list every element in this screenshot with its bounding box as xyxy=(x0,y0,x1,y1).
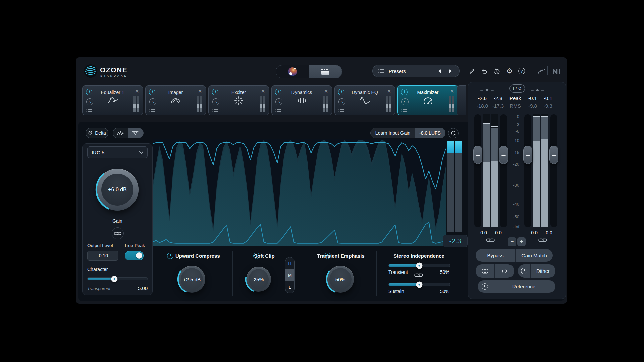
transient-value: 50% xyxy=(429,269,449,275)
output-link-icon[interactable] xyxy=(538,238,547,242)
transient-emphasis-knob[interactable]: 50% xyxy=(324,263,357,295)
close-icon[interactable]: ✕ xyxy=(198,88,202,94)
soft-clip-knob[interactable]: 25% xyxy=(244,264,274,294)
module-title: Imager xyxy=(146,89,206,95)
output-meter-bar-left xyxy=(533,114,540,227)
input-fader-right[interactable] xyxy=(499,146,508,164)
dither-button[interactable]: Dither xyxy=(531,264,555,278)
waveform-icon[interactable] xyxy=(113,128,128,138)
sustain-label: Sustain xyxy=(388,289,404,294)
presets-bar[interactable]: Presets xyxy=(372,65,460,77)
module-chain: Equalizer 1✕SImager✕SExciter✕SDynamics✕S… xyxy=(82,85,465,115)
learn-input-gain-button[interactable]: Learn Input Gain xyxy=(371,128,415,138)
band-high[interactable]: H xyxy=(285,257,294,269)
sustain-slider-thumb[interactable] xyxy=(416,281,423,288)
stereo-link-icon[interactable] xyxy=(414,273,423,277)
close-icon[interactable]: ✕ xyxy=(450,88,454,94)
presets-label: Presets xyxy=(389,68,406,74)
filter-curve-icon[interactable] xyxy=(128,128,143,138)
dither-group: Dither xyxy=(518,264,555,278)
reference-button[interactable]: Reference xyxy=(492,280,555,293)
close-icon[interactable]: ✕ xyxy=(135,88,139,94)
io-badge[interactable]: I / O xyxy=(509,84,525,93)
prev-preset-arrow[interactable] xyxy=(436,67,444,75)
link-icon[interactable] xyxy=(112,227,124,239)
swap-channels-icon[interactable] xyxy=(495,264,514,278)
menu-icon[interactable] xyxy=(338,107,344,112)
character-slider[interactable] xyxy=(87,277,148,280)
view-toggle[interactable] xyxy=(276,65,342,78)
undo-icon[interactable] xyxy=(480,67,488,75)
band-mid[interactable]: M xyxy=(285,269,294,281)
menu-icon[interactable] xyxy=(212,107,218,112)
bypass-button[interactable]: Bypass xyxy=(476,249,515,262)
output-meter-header[interactable] xyxy=(531,87,544,93)
module-view-icon[interactable] xyxy=(309,65,342,78)
next-preset-arrow[interactable] xyxy=(446,67,454,75)
soft-clip-band-selector[interactable]: H M L xyxy=(285,257,295,293)
band-low[interactable]: L xyxy=(285,281,294,293)
settings-gear-icon[interactable]: ⚙ xyxy=(505,67,514,75)
stereo-circles-icon[interactable] xyxy=(476,264,494,278)
rms-out-left: -9.8 xyxy=(525,103,541,109)
section-divider xyxy=(304,251,304,296)
lufs-target-value[interactable]: -8.0 LUFS xyxy=(415,128,445,138)
upward-compress-power-icon[interactable] xyxy=(167,253,173,259)
gain-match-button[interactable]: Gain Match xyxy=(516,249,553,262)
module-chip-imager[interactable]: Imager✕S xyxy=(145,85,206,115)
output-fader-right[interactable] xyxy=(549,146,558,164)
module-chip-dynamics[interactable]: Dynamics✕S xyxy=(271,85,332,115)
history-icon[interactable] xyxy=(493,67,501,75)
close-icon[interactable]: ✕ xyxy=(324,88,328,94)
menu-icon[interactable] xyxy=(149,107,155,112)
menu-icon[interactable] xyxy=(401,107,408,112)
menu-icon[interactable] xyxy=(86,107,92,112)
irc-mode-select[interactable]: IRC 5 xyxy=(87,146,148,158)
dither-power-icon[interactable] xyxy=(518,264,530,278)
module-chip-dynamic-eq[interactable]: Dynamic EQ✕S xyxy=(334,85,395,115)
module-meter xyxy=(133,96,139,112)
close-icon[interactable]: ✕ xyxy=(261,88,265,94)
gain-knob[interactable]: +6.0 dB xyxy=(92,165,143,215)
character-label: Character xyxy=(87,267,108,272)
character-slider-thumb[interactable] xyxy=(111,276,118,282)
output-fader-track-left[interactable] xyxy=(524,114,531,227)
module-chip-maximizer[interactable]: Maximizer✕S xyxy=(397,85,458,115)
edit-pencil-icon[interactable] xyxy=(468,67,476,75)
close-icon[interactable]: ✕ xyxy=(387,88,391,94)
stereo-independence-transient-slider[interactable] xyxy=(388,264,450,267)
upward-compress-label: Upward Compress xyxy=(175,253,220,259)
module-chip-partial[interactable] xyxy=(457,85,466,115)
delta-button[interactable]: Delta xyxy=(86,128,108,138)
scale-tick-label: -3 xyxy=(502,122,519,127)
peak-in-right: -2.8 xyxy=(489,95,507,101)
zoom-out-button[interactable]: − xyxy=(508,237,516,246)
input-fader-left[interactable] xyxy=(473,146,482,164)
output-fader-left[interactable] xyxy=(523,146,532,164)
menu-icon[interactable] xyxy=(275,107,281,112)
help-icon[interactable]: ? xyxy=(518,68,525,74)
gain-reduction-readout: -2.3 xyxy=(443,235,468,247)
stereo-independence-sustain-slider[interactable] xyxy=(388,283,450,286)
true-peak-toggle[interactable] xyxy=(125,251,144,260)
rms-out-right: -9.3 xyxy=(540,103,556,109)
module-chip-equalizer-1[interactable]: Equalizer 1✕S xyxy=(82,85,143,115)
loop-refresh-icon[interactable] xyxy=(448,128,459,138)
zoom-in-button[interactable]: + xyxy=(517,237,526,246)
upward-compress-knob[interactable]: +2.5 dB xyxy=(176,263,208,295)
gain-reduction-trace-display xyxy=(153,139,446,246)
input-fader-value-right: 0.0 xyxy=(491,230,506,235)
input-link-icon[interactable] xyxy=(486,238,495,242)
peak-out-right: -0.1 xyxy=(540,95,556,101)
output-level-field[interactable]: -0.10 xyxy=(87,251,118,261)
module-chip-exciter[interactable]: Exciter✕S xyxy=(208,85,269,115)
reference-power-icon[interactable] xyxy=(478,280,492,293)
display-mode-toggle[interactable] xyxy=(113,128,144,138)
output-fader-track-right[interactable] xyxy=(550,114,557,227)
gain-label: Gain xyxy=(83,218,152,224)
transient-slider-thumb[interactable] xyxy=(416,262,423,269)
input-fader-track-left[interactable] xyxy=(474,114,481,227)
input-meter-header[interactable] xyxy=(480,87,494,93)
sphere-view-icon[interactable] xyxy=(276,65,309,78)
learn-input-gain-group[interactable]: Learn Input Gain -8.0 LUFS xyxy=(370,128,445,138)
